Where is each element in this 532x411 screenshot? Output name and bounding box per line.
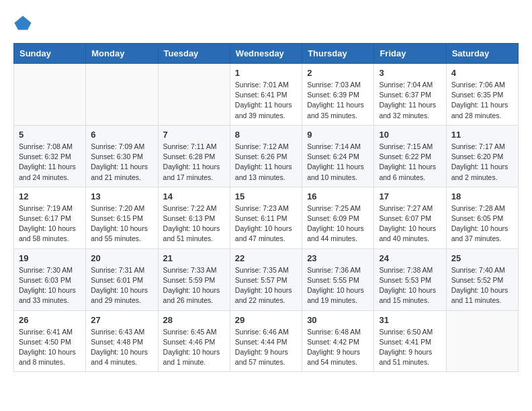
day-number: 5 [19, 130, 81, 140]
day-info: Sunrise: 7:01 AM Sunset: 6:41 PM Dayligh… [235, 80, 297, 121]
day-info: Sunrise: 7:17 AM Sunset: 6:20 PM Dayligh… [451, 142, 513, 183]
day-cell-19: 19Sunrise: 7:30 AM Sunset: 6:03 PM Dayli… [14, 248, 86, 310]
day-info: Sunrise: 7:22 AM Sunset: 6:13 PM Dayligh… [163, 203, 225, 244]
weekday-header-saturday: Saturday [446, 44, 518, 64]
day-number: 18 [451, 191, 513, 201]
weekday-header-tuesday: Tuesday [158, 44, 230, 64]
day-number: 11 [451, 130, 513, 140]
day-number: 15 [235, 191, 297, 201]
day-info: Sunrise: 7:03 AM Sunset: 6:39 PM Dayligh… [307, 80, 369, 121]
weekday-header-friday: Friday [374, 44, 446, 64]
day-info: Sunrise: 7:08 AM Sunset: 6:32 PM Dayligh… [19, 142, 81, 183]
day-cell-5: 5Sunrise: 7:08 AM Sunset: 6:32 PM Daylig… [14, 125, 86, 187]
day-info: Sunrise: 6:48 AM Sunset: 4:42 PM Dayligh… [307, 327, 369, 368]
day-number: 2 [307, 68, 369, 78]
weekday-header-sunday: Sunday [14, 44, 86, 64]
day-info: Sunrise: 7:25 AM Sunset: 6:09 PM Dayligh… [307, 203, 369, 244]
weekday-header-row: SundayMondayTuesdayWednesdayThursdayFrid… [14, 44, 519, 64]
day-number: 27 [91, 315, 152, 325]
day-info: Sunrise: 6:43 AM Sunset: 4:48 PM Dayligh… [91, 327, 152, 368]
day-cell-20: 20Sunrise: 7:31 AM Sunset: 6:01 PM Dayli… [86, 248, 158, 310]
day-cell-10: 10Sunrise: 7:15 AM Sunset: 6:22 PM Dayli… [374, 125, 446, 187]
day-info: Sunrise: 7:20 AM Sunset: 6:15 PM Dayligh… [91, 203, 152, 244]
day-cell-23: 23Sunrise: 7:36 AM Sunset: 5:55 PM Dayli… [302, 248, 374, 310]
day-info: Sunrise: 7:36 AM Sunset: 5:55 PM Dayligh… [307, 265, 369, 306]
empty-cell [86, 64, 158, 126]
day-info: Sunrise: 7:04 AM Sunset: 6:37 PM Dayligh… [379, 80, 441, 121]
day-info: Sunrise: 7:31 AM Sunset: 6:01 PM Dayligh… [91, 265, 152, 306]
day-cell-17: 17Sunrise: 7:27 AM Sunset: 6:07 PM Dayli… [374, 187, 446, 248]
day-cell-27: 27Sunrise: 6:43 AM Sunset: 4:48 PM Dayli… [86, 310, 158, 372]
day-cell-8: 8Sunrise: 7:12 AM Sunset: 6:26 PM Daylig… [230, 125, 302, 187]
day-info: Sunrise: 7:14 AM Sunset: 6:24 PM Dayligh… [307, 142, 369, 183]
day-number: 7 [163, 130, 225, 140]
day-number: 16 [307, 191, 369, 201]
day-number: 19 [19, 253, 81, 263]
day-cell-11: 11Sunrise: 7:17 AM Sunset: 6:20 PM Dayli… [446, 125, 518, 187]
week-row-2: 5Sunrise: 7:08 AM Sunset: 6:32 PM Daylig… [14, 125, 519, 187]
day-number: 8 [235, 130, 297, 140]
day-cell-15: 15Sunrise: 7:23 AM Sunset: 6:11 PM Dayli… [230, 187, 302, 248]
day-cell-22: 22Sunrise: 7:35 AM Sunset: 5:57 PM Dayli… [230, 248, 302, 310]
day-info: Sunrise: 6:46 AM Sunset: 4:44 PM Dayligh… [235, 327, 297, 368]
day-info: Sunrise: 7:11 AM Sunset: 6:28 PM Dayligh… [163, 142, 225, 183]
week-row-3: 12Sunrise: 7:19 AM Sunset: 6:17 PM Dayli… [14, 187, 519, 248]
empty-cell [446, 310, 518, 372]
calendar: SundayMondayTuesdayWednesdayThursdayFrid… [13, 43, 519, 372]
week-row-5: 26Sunrise: 6:41 AM Sunset: 4:50 PM Dayli… [14, 310, 519, 372]
day-number: 29 [235, 315, 297, 325]
day-info: Sunrise: 7:06 AM Sunset: 6:35 PM Dayligh… [451, 80, 513, 121]
day-cell-18: 18Sunrise: 7:28 AM Sunset: 6:05 PM Dayli… [446, 187, 518, 248]
page-header [13, 13, 519, 32]
logo [13, 13, 34, 32]
day-number: 21 [163, 253, 225, 263]
weekday-header-thursday: Thursday [302, 44, 374, 64]
day-cell-24: 24Sunrise: 7:38 AM Sunset: 5:53 PM Dayli… [374, 248, 446, 310]
week-row-4: 19Sunrise: 7:30 AM Sunset: 6:03 PM Dayli… [14, 248, 519, 310]
weekday-header-monday: Monday [86, 44, 158, 64]
day-cell-7: 7Sunrise: 7:11 AM Sunset: 6:28 PM Daylig… [158, 125, 230, 187]
day-number: 14 [163, 191, 225, 201]
day-info: Sunrise: 7:28 AM Sunset: 6:05 PM Dayligh… [451, 203, 513, 244]
day-number: 13 [91, 191, 152, 201]
day-cell-4: 4Sunrise: 7:06 AM Sunset: 6:35 PM Daylig… [446, 64, 518, 126]
day-number: 28 [163, 315, 225, 325]
day-info: Sunrise: 7:33 AM Sunset: 5:59 PM Dayligh… [163, 265, 225, 306]
day-number: 10 [379, 130, 441, 140]
day-number: 25 [451, 253, 513, 263]
week-row-1: 1Sunrise: 7:01 AM Sunset: 6:41 PM Daylig… [14, 64, 519, 126]
day-cell-30: 30Sunrise: 6:48 AM Sunset: 4:42 PM Dayli… [302, 310, 374, 372]
day-number: 22 [235, 253, 297, 263]
logo-icon [13, 13, 32, 32]
day-info: Sunrise: 7:40 AM Sunset: 5:52 PM Dayligh… [451, 265, 513, 306]
day-info: Sunrise: 7:35 AM Sunset: 5:57 PM Dayligh… [235, 265, 297, 306]
weekday-header-wednesday: Wednesday [230, 44, 302, 64]
day-cell-6: 6Sunrise: 7:09 AM Sunset: 6:30 PM Daylig… [86, 125, 158, 187]
day-number: 3 [379, 68, 441, 78]
day-number: 9 [307, 130, 369, 140]
day-number: 26 [19, 315, 81, 325]
day-cell-13: 13Sunrise: 7:20 AM Sunset: 6:15 PM Dayli… [86, 187, 158, 248]
day-number: 23 [307, 253, 369, 263]
day-info: Sunrise: 7:30 AM Sunset: 6:03 PM Dayligh… [19, 265, 81, 306]
day-number: 31 [379, 315, 441, 325]
day-info: Sunrise: 7:23 AM Sunset: 6:11 PM Dayligh… [235, 203, 297, 244]
day-cell-21: 21Sunrise: 7:33 AM Sunset: 5:59 PM Dayli… [158, 248, 230, 310]
day-cell-29: 29Sunrise: 6:46 AM Sunset: 4:44 PM Dayli… [230, 310, 302, 372]
day-number: 1 [235, 68, 297, 78]
day-cell-28: 28Sunrise: 6:45 AM Sunset: 4:46 PM Dayli… [158, 310, 230, 372]
day-info: Sunrise: 7:12 AM Sunset: 6:26 PM Dayligh… [235, 142, 297, 183]
day-number: 17 [379, 191, 441, 201]
day-cell-2: 2Sunrise: 7:03 AM Sunset: 6:39 PM Daylig… [302, 64, 374, 126]
day-info: Sunrise: 6:45 AM Sunset: 4:46 PM Dayligh… [163, 327, 225, 368]
day-cell-26: 26Sunrise: 6:41 AM Sunset: 4:50 PM Dayli… [14, 310, 86, 372]
day-info: Sunrise: 6:41 AM Sunset: 4:50 PM Dayligh… [19, 327, 81, 368]
day-number: 6 [91, 130, 152, 140]
day-number: 12 [19, 191, 81, 201]
day-info: Sunrise: 7:09 AM Sunset: 6:30 PM Dayligh… [91, 142, 152, 183]
day-info: Sunrise: 7:27 AM Sunset: 6:07 PM Dayligh… [379, 203, 441, 244]
day-cell-25: 25Sunrise: 7:40 AM Sunset: 5:52 PM Dayli… [446, 248, 518, 310]
day-cell-1: 1Sunrise: 7:01 AM Sunset: 6:41 PM Daylig… [230, 64, 302, 126]
day-cell-14: 14Sunrise: 7:22 AM Sunset: 6:13 PM Dayli… [158, 187, 230, 248]
day-cell-12: 12Sunrise: 7:19 AM Sunset: 6:17 PM Dayli… [14, 187, 86, 248]
